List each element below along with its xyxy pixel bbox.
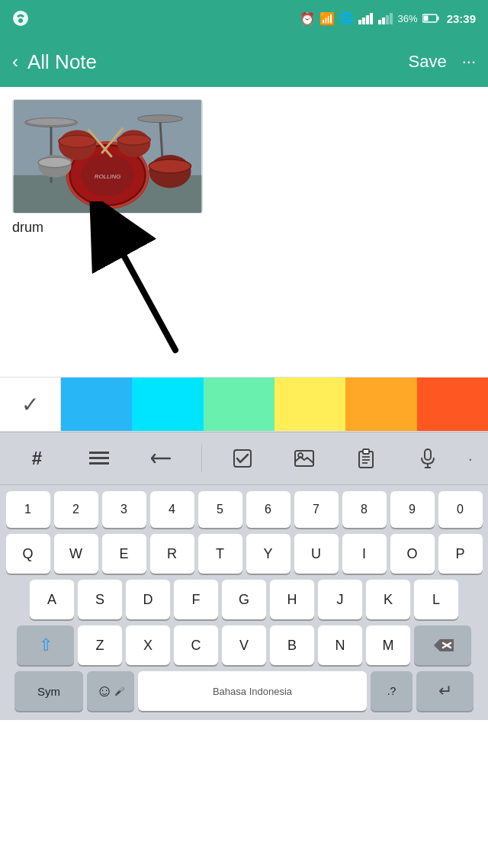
shift-key[interactable]: ⇧ bbox=[17, 625, 74, 665]
alarm-icon: ⏰ bbox=[300, 11, 315, 26]
key-p[interactable]: P bbox=[438, 534, 483, 574]
color-swatch-orange[interactable] bbox=[345, 378, 416, 431]
back-icon[interactable]: ‹ bbox=[12, 51, 18, 72]
key-1[interactable]: 1 bbox=[6, 491, 50, 528]
list-button[interactable] bbox=[78, 439, 120, 478]
key-a[interactable]: A bbox=[30, 580, 74, 619]
key-u[interactable]: U bbox=[294, 534, 339, 574]
key-e[interactable]: E bbox=[102, 534, 146, 574]
hashtag-icon: # bbox=[32, 448, 42, 469]
key-s[interactable]: S bbox=[78, 580, 122, 619]
svg-rect-7 bbox=[382, 18, 385, 24]
key-q[interactable]: Q bbox=[6, 534, 50, 574]
key-8[interactable]: 8 bbox=[342, 491, 387, 528]
save-button[interactable]: Save bbox=[409, 52, 447, 72]
mic-tiny-icon: 🎤 bbox=[114, 686, 125, 696]
key-v[interactable]: V bbox=[222, 625, 266, 665]
key-m[interactable]: M bbox=[366, 625, 410, 665]
key-k[interactable]: K bbox=[366, 580, 410, 619]
key-j[interactable]: J bbox=[318, 580, 362, 619]
color-swatch-yellow[interactable] bbox=[274, 378, 345, 431]
key-5[interactable]: 5 bbox=[198, 491, 242, 528]
period-label: .? bbox=[387, 685, 396, 697]
drum-kit-image: ROLLING bbox=[13, 100, 202, 213]
key-6[interactable]: 6 bbox=[246, 491, 291, 528]
key-2[interactable]: 2 bbox=[54, 491, 98, 528]
emoji-key[interactable]: ☺ 🎤 bbox=[87, 671, 134, 711]
period-key[interactable]: .? bbox=[371, 671, 413, 711]
space-key[interactable]: Bahasa Indonesia bbox=[138, 671, 367, 711]
svg-rect-11 bbox=[437, 17, 438, 21]
app-bar-left[interactable]: ‹ All Note bbox=[12, 50, 97, 74]
list-icon bbox=[89, 450, 109, 467]
toolbar-separator bbox=[201, 445, 202, 472]
note-content[interactable]: ROLLING drum bbox=[0, 87, 488, 377]
color-swatch-blue[interactable] bbox=[61, 378, 132, 431]
key-o[interactable]: O bbox=[390, 534, 435, 574]
microphone-icon bbox=[420, 448, 435, 468]
app-bar: ‹ All Note Save ··· bbox=[0, 37, 488, 87]
key-t[interactable]: T bbox=[198, 534, 242, 574]
key-n[interactable]: N bbox=[318, 625, 362, 665]
key-7[interactable]: 7 bbox=[294, 491, 339, 528]
keyboard[interactable]: 1 2 3 4 5 6 7 8 9 0 Q W E R T Y U I O P … bbox=[0, 485, 488, 720]
color-picker-bar: ✓ bbox=[0, 377, 488, 432]
key-b[interactable]: B bbox=[270, 625, 314, 665]
hashtag-button[interactable]: # bbox=[16, 439, 59, 478]
image-button[interactable] bbox=[283, 439, 326, 478]
signal2-icon bbox=[378, 12, 393, 24]
indent-button[interactable] bbox=[140, 439, 182, 478]
more-button[interactable]: ··· bbox=[462, 52, 476, 72]
key-9[interactable]: 9 bbox=[390, 491, 435, 528]
color-swatches bbox=[61, 378, 488, 431]
svg-rect-4 bbox=[366, 15, 369, 24]
key-0[interactable]: 0 bbox=[438, 491, 483, 528]
color-swatch-green[interactable] bbox=[204, 378, 274, 431]
toolbar-dot: · bbox=[468, 450, 473, 468]
app-bar-right: Save ··· bbox=[409, 52, 477, 72]
key-l[interactable]: L bbox=[414, 580, 458, 619]
checkbox-icon bbox=[233, 449, 252, 468]
key-i[interactable]: I bbox=[342, 534, 387, 574]
backspace-icon bbox=[432, 638, 454, 653]
svg-text:ROLLING: ROLLING bbox=[95, 173, 121, 180]
indent-icon bbox=[151, 450, 171, 467]
enter-key[interactable]: ↵ bbox=[416, 671, 474, 711]
svg-rect-12 bbox=[423, 16, 428, 21]
number-row: 1 2 3 4 5 6 7 8 9 0 bbox=[3, 491, 485, 528]
keyboard-toolbar: # bbox=[0, 432, 488, 485]
emoji-icon: ☺ bbox=[96, 681, 113, 701]
status-time: 23:39 bbox=[447, 12, 476, 25]
key-h[interactable]: H bbox=[270, 580, 314, 619]
svg-point-28 bbox=[149, 159, 191, 173]
key-c[interactable]: C bbox=[174, 625, 218, 665]
checkbox-button[interactable] bbox=[221, 439, 264, 478]
color-swatch-red[interactable] bbox=[417, 378, 488, 431]
color-check-button[interactable]: ✓ bbox=[0, 378, 61, 431]
key-w[interactable]: W bbox=[54, 534, 98, 574]
clipboard-button[interactable] bbox=[345, 439, 387, 478]
microphone-button[interactable] bbox=[406, 439, 449, 478]
svg-point-30 bbox=[38, 157, 71, 168]
svg-rect-6 bbox=[378, 20, 381, 24]
key-z[interactable]: Z bbox=[78, 625, 122, 665]
key-4[interactable]: 4 bbox=[150, 491, 194, 528]
key-y[interactable]: Y bbox=[246, 534, 291, 574]
key-d[interactable]: D bbox=[126, 580, 170, 619]
checkmark-icon: ✓ bbox=[21, 392, 39, 417]
sym-key[interactable]: Sym bbox=[14, 671, 83, 711]
svg-point-26 bbox=[117, 134, 150, 145]
key-x[interactable]: X bbox=[126, 625, 170, 665]
wifi-icon: 📶 bbox=[319, 11, 335, 26]
asdf-row: A S D F G H J K L bbox=[3, 580, 485, 619]
space-label: Bahasa Indonesia bbox=[213, 686, 292, 697]
note-image[interactable]: ROLLING bbox=[12, 99, 203, 214]
clipboard-icon bbox=[358, 448, 374, 468]
key-r[interactable]: R bbox=[150, 534, 194, 574]
enter-icon: ↵ bbox=[438, 681, 452, 701]
backspace-key[interactable] bbox=[414, 625, 471, 665]
key-3[interactable]: 3 bbox=[102, 491, 146, 528]
key-g[interactable]: G bbox=[222, 580, 266, 619]
color-swatch-cyan[interactable] bbox=[132, 378, 203, 431]
key-f[interactable]: F bbox=[174, 580, 218, 619]
